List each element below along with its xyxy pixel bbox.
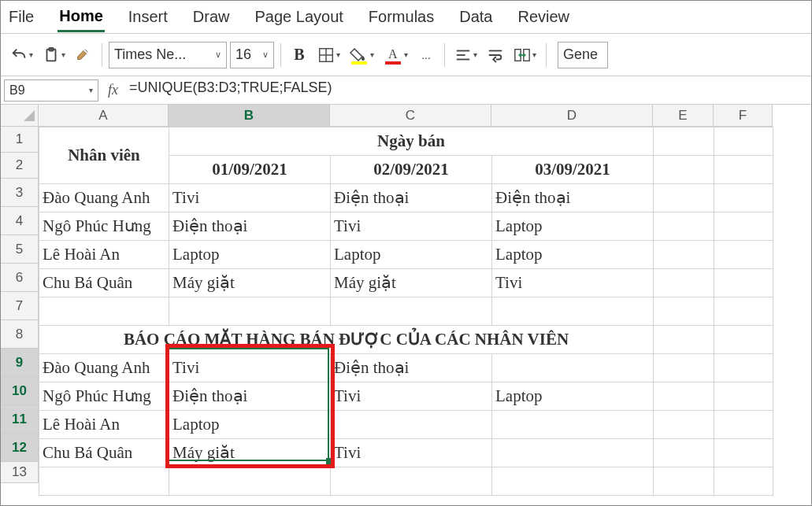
cell-E6[interactable] bbox=[654, 269, 714, 297]
cell-F13[interactable] bbox=[714, 467, 773, 496]
cell-D3[interactable]: Điện thoại bbox=[492, 184, 654, 212]
row-header-11[interactable]: 11 bbox=[1, 405, 39, 434]
cell-B4[interactable]: Điện thoại bbox=[169, 212, 331, 241]
align-button[interactable]: ▾ bbox=[451, 42, 480, 68]
cell-C4[interactable]: Tivi bbox=[331, 212, 492, 241]
cell-C13[interactable] bbox=[331, 467, 492, 496]
cell-D12[interactable] bbox=[492, 439, 654, 467]
cell-A5[interactable]: Lê Hoài An bbox=[39, 241, 169, 269]
cell-A1[interactable]: Nhân viên bbox=[39, 127, 169, 184]
tab-home[interactable]: Home bbox=[57, 2, 105, 32]
cell-E2[interactable] bbox=[654, 156, 714, 184]
cell-F8[interactable] bbox=[714, 326, 773, 354]
tab-page-layout[interactable]: Page Layout bbox=[254, 3, 345, 31]
cell-F2[interactable] bbox=[714, 156, 773, 184]
row-header-13[interactable]: 13 bbox=[1, 462, 39, 483]
cell-D4[interactable]: Laptop bbox=[492, 212, 654, 241]
cell-C10[interactable]: Tivi bbox=[331, 382, 492, 411]
cell-B1[interactable]: Ngày bán bbox=[169, 127, 654, 156]
cell-E8[interactable] bbox=[654, 326, 714, 354]
cells-area[interactable]: Nhân viên Ngày bán 01/09/2021 02/09/2021… bbox=[39, 127, 773, 496]
wrap-text-button[interactable] bbox=[484, 42, 507, 68]
cell-E13[interactable] bbox=[654, 467, 714, 496]
cell-A11[interactable]: Lê Hoài An bbox=[39, 411, 169, 439]
cell-F4[interactable] bbox=[714, 212, 773, 241]
row-header-4[interactable]: 4 bbox=[1, 207, 39, 235]
cell-A10[interactable]: Ngô Phúc Hưng bbox=[39, 382, 169, 411]
cell-F1[interactable] bbox=[714, 127, 773, 156]
cell-D10[interactable]: Laptop bbox=[492, 382, 654, 411]
merge-cells-button[interactable]: ▾ bbox=[510, 42, 539, 68]
cell-D13[interactable] bbox=[492, 467, 654, 496]
row-header-2[interactable]: 2 bbox=[1, 153, 39, 179]
row-header-8[interactable]: 8 bbox=[1, 320, 39, 349]
cell-C2[interactable]: 02/09/2021 bbox=[331, 156, 492, 184]
cell-F11[interactable] bbox=[714, 411, 773, 439]
cell-F7[interactable] bbox=[714, 297, 773, 326]
cell-D2[interactable]: 03/09/2021 bbox=[492, 156, 654, 184]
cell-E10[interactable] bbox=[654, 382, 714, 411]
cell-A3[interactable]: Đào Quang Anh bbox=[39, 184, 169, 212]
cell-E11[interactable] bbox=[654, 411, 714, 439]
format-painter-button[interactable] bbox=[72, 42, 95, 68]
font-size-select[interactable]: 16 ∨ bbox=[230, 42, 274, 68]
cell-B13[interactable] bbox=[169, 467, 331, 496]
cell-A9[interactable]: Đào Quang Anh bbox=[39, 354, 169, 382]
cell-E4[interactable] bbox=[654, 212, 714, 241]
row-header-9[interactable]: 9 bbox=[1, 349, 39, 377]
tab-review[interactable]: Review bbox=[516, 3, 571, 31]
column-header-C[interactable]: C bbox=[330, 105, 491, 127]
cell-F9[interactable] bbox=[714, 354, 773, 382]
cell-C6[interactable]: Máy giặt bbox=[331, 269, 492, 297]
undo-button[interactable]: ▾ bbox=[7, 42, 36, 68]
cell-F12[interactable] bbox=[714, 439, 773, 467]
bold-button[interactable]: B bbox=[287, 42, 311, 68]
cell-F10[interactable] bbox=[714, 382, 773, 411]
cell-E7[interactable] bbox=[654, 297, 714, 326]
tab-draw[interactable]: Draw bbox=[191, 3, 232, 31]
row-header-10[interactable]: 10 bbox=[1, 377, 39, 405]
cell-A6[interactable]: Chu Bá Quân bbox=[39, 269, 169, 297]
cell-C5[interactable]: Laptop bbox=[331, 241, 492, 269]
cell-D6[interactable]: Tivi bbox=[492, 269, 654, 297]
borders-button[interactable]: ▾ bbox=[314, 42, 343, 68]
fill-color-button[interactable]: ▾ bbox=[347, 42, 377, 68]
cell-B3[interactable]: Tivi bbox=[169, 184, 331, 212]
cell-B6[interactable]: Máy giặt bbox=[169, 269, 331, 297]
font-color-button[interactable]: A ▾ bbox=[380, 42, 411, 68]
row-header-3[interactable]: 3 bbox=[1, 179, 39, 207]
font-name-select[interactable]: Times Ne... ∨ bbox=[109, 42, 227, 68]
cell-B5[interactable]: Laptop bbox=[169, 241, 331, 269]
cell-A7[interactable] bbox=[39, 297, 169, 326]
row-header-5[interactable]: 5 bbox=[1, 235, 39, 264]
cell-E12[interactable] bbox=[654, 439, 714, 467]
column-header-B[interactable]: B bbox=[169, 105, 330, 127]
row-header-7[interactable]: 7 bbox=[1, 292, 39, 320]
column-header-D[interactable]: D bbox=[491, 105, 653, 127]
row-header-1[interactable]: 1 bbox=[1, 127, 39, 153]
row-header-12[interactable]: 12 bbox=[1, 434, 39, 462]
column-header-A[interactable]: A bbox=[39, 105, 169, 127]
cell-B11[interactable]: Laptop bbox=[169, 411, 331, 439]
paste-button[interactable]: ▾ bbox=[39, 42, 69, 68]
cell-A8[interactable]: BÁO CÁO MẶT HÀNG BÁN ĐƯỢC CỦA CÁC NHÂN V… bbox=[39, 326, 654, 354]
cell-E3[interactable] bbox=[654, 184, 714, 212]
insert-function-button[interactable]: fx bbox=[102, 82, 124, 98]
tab-formulas[interactable]: Formulas bbox=[367, 3, 436, 31]
cell-B10[interactable]: Điện thoại bbox=[169, 382, 331, 411]
cell-A4[interactable]: Ngô Phúc Hưng bbox=[39, 212, 169, 241]
tab-insert[interactable]: Insert bbox=[127, 3, 169, 31]
cell-D5[interactable]: Laptop bbox=[492, 241, 654, 269]
column-header-F[interactable]: F bbox=[714, 105, 773, 127]
cell-B7[interactable] bbox=[169, 297, 331, 326]
tab-data[interactable]: Data bbox=[458, 3, 494, 31]
cell-C3[interactable]: Điện thoại bbox=[331, 184, 492, 212]
cell-D9[interactable] bbox=[492, 354, 654, 382]
cell-F5[interactable] bbox=[714, 241, 773, 269]
formula-input[interactable]: =UNIQUE(B3:D3;TRUE;FALSE) bbox=[124, 79, 811, 102]
row-header-6[interactable]: 6 bbox=[1, 264, 39, 292]
cell-A12[interactable]: Chu Bá Quân bbox=[39, 439, 169, 467]
cell-B2[interactable]: 01/09/2021 bbox=[169, 156, 331, 184]
column-header-E[interactable]: E bbox=[653, 105, 714, 127]
cell-C7[interactable] bbox=[331, 297, 492, 326]
